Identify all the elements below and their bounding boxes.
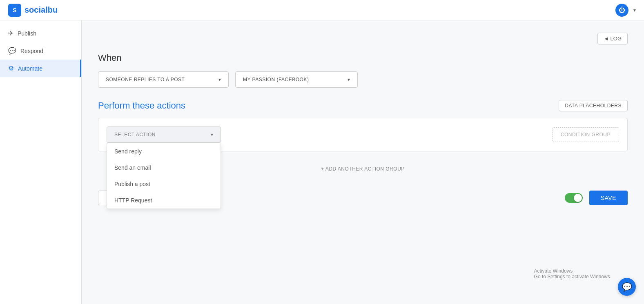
when-title: When [98,49,628,63]
select-action-label: SELECT ACTION [114,132,156,138]
save-label: SAVE [601,195,616,201]
account-dropdown[interactable]: MY PASSION (FACEBOOK) ▾ [235,71,358,88]
http-request-label: HTTP Request [114,197,152,204]
sidebar-item-label-respond: Respond [20,48,43,54]
menu-item-send-reply[interactable]: Send reply [107,143,221,160]
action-dropdown-menu: Send reply Send an email Publish a post … [107,143,221,209]
data-placeholders-button[interactable]: DATA PLACEHOLDERS [559,100,628,111]
send-reply-label: Send reply [114,148,142,155]
select-action-button[interactable]: SELECT ACTION ▾ [107,126,221,143]
perform-header: Perform these actions DATA PLACEHOLDERS [98,100,628,111]
publish-icon: ✈ [8,29,13,37]
add-action-group-label: + ADD ANOTHER ACTION GROUP [321,166,405,172]
menu-item-http-request[interactable]: HTTP Request [107,192,221,209]
log-label: ◄ LOG [604,36,622,42]
condition-group-label: CONDITION GROUP [561,132,611,138]
menu-item-send-email[interactable]: Send an email [107,160,221,176]
action-group-box: SELECT ACTION ▾ Send reply Send an email… [98,118,628,151]
bottom-right: SAVE [565,191,628,205]
account-label: MY PASSION (FACEBOOK) [243,77,309,82]
account-chevron: ▾ [348,77,350,82]
save-button[interactable]: SAVE [589,191,628,205]
publish-post-label: Publish a post [114,181,150,187]
logo-icon: S [8,4,21,17]
condition-group-area[interactable]: CONDITION GROUP [552,127,619,142]
menu-item-publish-post[interactable]: Publish a post [107,176,221,192]
app-name: socialbu [25,5,58,15]
top-nav-right: ⏻ ▾ [615,4,636,17]
sidebar-item-publish[interactable]: ✈ Publish [0,24,81,42]
chat-bubble[interactable]: 💬 [618,278,636,296]
power-button[interactable]: ⏻ [615,4,628,17]
sidebar-item-label-publish: Publish [18,30,36,37]
main-content: ◄ LOG When SOMEONE REPLIES TO A POST ▾ M… [82,20,644,304]
automate-icon: ⚙ [8,64,14,72]
select-action-wrapper: SELECT ACTION ▾ Send reply Send an email… [107,126,221,143]
sidebar-item-automate[interactable]: ⚙ Automate [0,60,81,77]
perform-title: Perform these actions [98,100,185,111]
sidebar: ✈ Publish 💬 Respond ⚙ Automate [0,20,82,304]
data-placeholders-label: DATA PLACEHOLDERS [565,103,622,109]
send-email-label: Send an email [114,164,151,171]
active-toggle[interactable] [565,193,583,203]
select-action-chevron: ▾ [211,132,214,138]
sidebar-item-respond[interactable]: 💬 Respond [0,42,81,60]
log-button[interactable]: ◄ LOG [597,33,628,44]
when-row: SOMEONE REPLIES TO A POST ▾ MY PASSION (… [98,71,628,88]
logo: S socialbu [8,4,58,17]
sidebar-item-label-automate: Automate [18,65,42,72]
respond-icon: 💬 [8,47,16,55]
trigger-dropdown[interactable]: SOMEONE REPLIES TO A POST ▾ [98,71,229,88]
top-nav: S socialbu ⏻ ▾ [0,0,644,20]
user-menu-chevron[interactable]: ▾ [633,7,636,13]
trigger-chevron: ▾ [218,77,221,82]
trigger-label: SOMEONE REPLIES TO A POST [106,77,185,82]
